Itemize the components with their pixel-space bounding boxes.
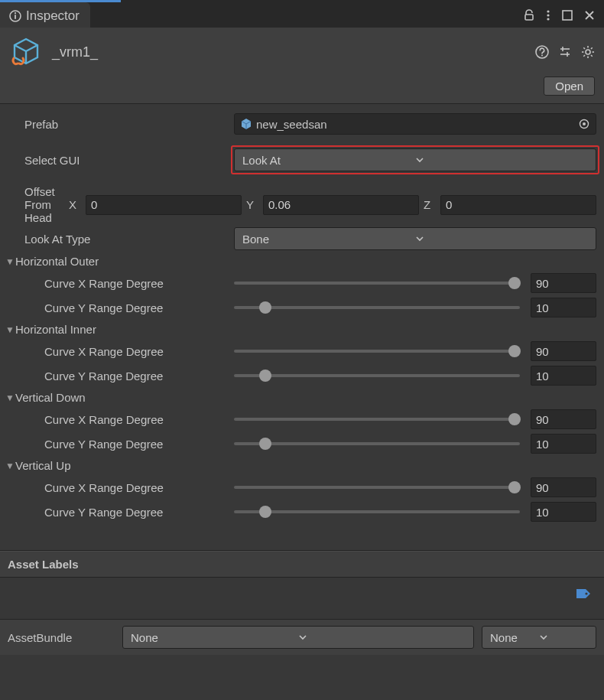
range-slider[interactable] — [234, 275, 520, 291]
slider-value-input[interactable] — [531, 502, 596, 522]
asset-name: _vrm1_ — [52, 44, 98, 60]
slider-row: Curve Y Range Degree — [0, 431, 604, 456]
slider-label: Curve X Range Degree — [8, 345, 234, 358]
foldout-header[interactable]: ▼Vertical Up — [0, 456, 604, 475]
slider-row: Curve Y Range Degree — [0, 363, 604, 388]
svg-point-6 — [547, 18, 549, 20]
svg-line-21 — [583, 55, 585, 57]
help-icon[interactable] — [535, 45, 549, 59]
asset-bundle-row: AssetBundle None None — [0, 619, 604, 655]
svg-rect-7 — [563, 11, 572, 20]
svg-rect-1 — [15, 15, 16, 19]
slider-label: Curve X Range Degree — [8, 413, 234, 426]
asset-labels-body — [0, 578, 604, 619]
offset-from-head-label: Offset From Head — [8, 185, 69, 224]
asset-labels-header[interactable]: Asset Labels — [0, 551, 604, 578]
slider-label: Curve Y Range Degree — [8, 370, 234, 383]
prefab-field[interactable]: new_seedsan — [234, 113, 596, 135]
slider-value-input[interactable] — [531, 477, 596, 497]
select-gui-row: Select GUI Look At — [0, 144, 604, 176]
select-gui-highlight: Look At — [231, 145, 599, 174]
object-picker-icon[interactable] — [576, 116, 593, 132]
slider-label: Curve Y Range Degree — [8, 438, 234, 451]
add-label-button[interactable] — [573, 585, 596, 602]
asset-header: _vrm1_ Open — [0, 28, 604, 104]
select-gui-dropdown[interactable]: Look At — [234, 148, 596, 171]
range-slider[interactable] — [234, 436, 520, 451]
asset-bundle-label: AssetBundle — [8, 631, 115, 644]
range-slider[interactable] — [234, 480, 520, 495]
select-gui-value: Look At — [242, 154, 415, 167]
offset-y-input[interactable] — [263, 195, 419, 215]
svg-point-4 — [547, 10, 549, 12]
slider-value-input[interactable] — [531, 273, 596, 293]
svg-point-24 — [583, 122, 586, 125]
chevron-down-icon — [298, 633, 466, 642]
chevron-down-icon — [415, 234, 588, 243]
presets-icon[interactable] — [558, 45, 572, 59]
slider-label: Curve X Range Degree — [8, 481, 234, 494]
maximize-icon[interactable] — [561, 9, 573, 21]
svg-line-19 — [583, 47, 585, 49]
foldout-header[interactable]: ▼Vertical Down — [0, 388, 604, 407]
asset-bundle-variant-value: None — [490, 631, 539, 644]
slider-value-input[interactable] — [531, 366, 596, 386]
foldout-triangle-icon: ▼ — [5, 461, 15, 471]
foldout-header[interactable]: ▼Horizontal Outer — [0, 252, 604, 271]
asset-bundle-main-dropdown[interactable]: None — [122, 626, 474, 649]
slider-value-input[interactable] — [531, 341, 596, 361]
look-at-type-value: Bone — [242, 233, 415, 246]
foldout-triangle-icon: ▼ — [5, 392, 15, 403]
range-slider[interactable] — [234, 504, 520, 519]
close-icon[interactable] — [584, 10, 595, 21]
tab-bar: Inspector — [0, 0, 604, 28]
slider-label: Curve Y Range Degree — [8, 506, 234, 519]
look-at-type-dropdown[interactable]: Bone — [234, 227, 596, 250]
offset-z-input[interactable] — [440, 195, 596, 215]
svg-point-5 — [547, 14, 549, 16]
foldout-title: Horizontal Inner — [15, 323, 96, 336]
slider-row: Curve X Range Degree — [0, 475, 604, 500]
foldout-triangle-icon: ▼ — [5, 256, 15, 267]
slider-row: Curve X Range Degree — [0, 407, 604, 431]
slider-row: Curve X Range Degree — [0, 271, 604, 295]
z-label: Z — [424, 198, 436, 211]
active-tab-indicator — [0, 0, 121, 2]
lock-icon[interactable] — [523, 9, 535, 21]
slider-value-input[interactable] — [531, 409, 596, 429]
chevron-down-icon — [539, 633, 588, 642]
svg-line-20 — [591, 55, 593, 57]
prefab-value: new_seedsan — [256, 118, 576, 131]
prefab-row: Prefab new_seedsan — [0, 112, 604, 136]
offset-x-input[interactable] — [86, 195, 242, 215]
prefab-label: Prefab — [8, 118, 234, 131]
tab-title: Inspector — [26, 8, 80, 24]
asset-type-icon — [9, 35, 43, 69]
open-button[interactable]: Open — [544, 77, 595, 96]
range-slider[interactable] — [234, 300, 520, 315]
foldout-header[interactable]: ▼Horizontal Inner — [0, 320, 604, 339]
range-slider[interactable] — [234, 412, 520, 427]
slider-label: Curve Y Range Degree — [8, 301, 234, 314]
svg-point-2 — [15, 12, 16, 14]
asset-bundle-main-value: None — [131, 631, 298, 644]
y-label: Y — [246, 198, 258, 211]
asset-bundle-variant-dropdown[interactable]: None — [482, 626, 596, 649]
slider-value-input[interactable] — [531, 298, 596, 317]
slider-value-input[interactable] — [531, 434, 596, 454]
svg-point-25 — [585, 592, 587, 594]
chevron-down-icon — [415, 155, 588, 164]
slider-row: Curve X Range Degree — [0, 339, 604, 363]
foldout-title: Vertical Up — [15, 459, 71, 472]
range-slider[interactable] — [234, 368, 520, 383]
slider-row: Curve Y Range Degree — [0, 500, 604, 524]
inspector-tab[interactable]: Inspector — [0, 2, 90, 28]
prefab-icon — [239, 117, 253, 131]
look-at-type-row: Look At Type Bone — [0, 226, 604, 252]
svg-rect-3 — [525, 15, 533, 20]
kebab-menu-icon[interactable] — [546, 9, 550, 21]
offset-from-head-row: Offset From Head X Y Z — [0, 184, 604, 226]
info-icon — [9, 10, 21, 22]
gear-icon[interactable] — [581, 45, 595, 59]
range-slider[interactable] — [234, 343, 520, 359]
